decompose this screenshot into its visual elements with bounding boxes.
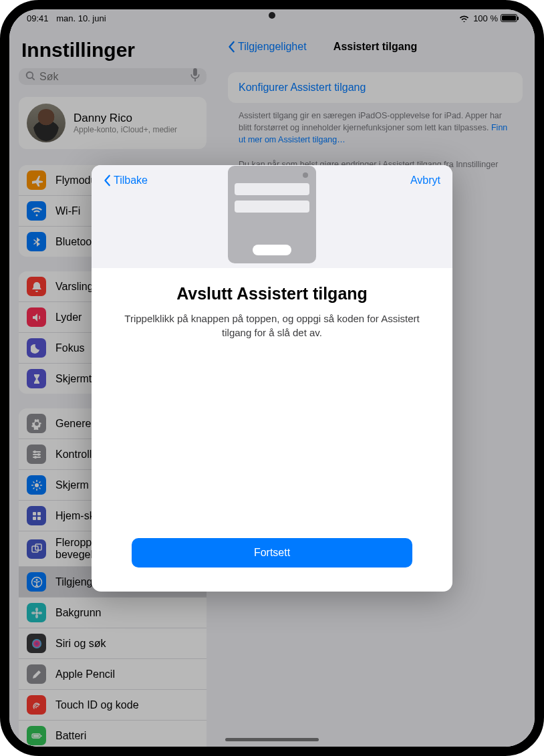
detail-title: Assistert tilgang [333, 41, 417, 53]
svg-rect-16 [33, 512, 36, 515]
detail-nav: Tilgjengelighet Assistert tilgang [228, 33, 523, 60]
search-field[interactable] [19, 68, 207, 85]
svg-point-26 [35, 614, 38, 618]
svg-rect-19 [37, 517, 41, 520]
search-icon [25, 71, 35, 83]
avatar [27, 104, 65, 142]
svg-rect-17 [37, 512, 41, 515]
modal-sheet: Tilbake Avbryt Avslutt Assistert tilgang… [92, 165, 452, 592]
description-text: Assistert tilgang gir en særegen iPadOS-… [228, 110, 523, 170]
continue-button[interactable]: Fortsett [132, 538, 412, 568]
back-button[interactable]: Tilgjengelighet [228, 41, 307, 53]
profile-name: Danny Rico [74, 112, 177, 125]
modal-back-button[interactable]: Tilbake [104, 174, 148, 186]
flower-icon [27, 603, 46, 622]
hourglass-icon [27, 369, 46, 388]
sidebar-item-bakgrunn[interactable]: Bakgrunn [19, 598, 207, 628]
status-time: 09:41 [27, 13, 49, 23]
status-date: man. 10. juni [56, 13, 106, 23]
svg-point-25 [35, 608, 38, 612]
battery-percent: 100 % [473, 13, 498, 23]
profile-subtitle: Apple-konto, iCloud+, medier [74, 125, 177, 134]
home-indicator[interactable] [225, 738, 319, 741]
sliders-icon [27, 445, 46, 464]
modal-cancel-button[interactable]: Avbryt [410, 174, 440, 186]
squares-icon [27, 539, 46, 559]
sidebar-item-label: Generelt [55, 418, 96, 430]
bluetooth-icon [27, 232, 46, 251]
svg-point-5 [37, 453, 40, 456]
svg-rect-18 [33, 517, 36, 520]
gear-icon [27, 414, 46, 433]
sidebar-item-label: Fokus [55, 342, 85, 354]
chevron-left-icon [104, 174, 112, 186]
sidebar-item-batteri[interactable]: Batteri [19, 721, 207, 747]
mic-icon[interactable] [190, 68, 200, 85]
svg-rect-32 [33, 735, 39, 737]
svg-point-24 [35, 612, 38, 614]
chevron-left-icon [228, 41, 236, 53]
modal-heading: Avslutt Assistert tilgang [112, 284, 432, 303]
speaker-icon [27, 307, 46, 327]
moon-icon [27, 338, 46, 358]
grid-icon [27, 506, 46, 525]
profile-card[interactable]: Danny Rico Apple-konto, iCloud+, medier [19, 97, 207, 149]
sidebar-item-label: Siri og søk [55, 638, 106, 650]
fingerprint-icon [27, 695, 46, 715]
svg-point-6 [34, 456, 37, 459]
battery-icon [501, 14, 517, 22]
accessibility-icon [27, 572, 46, 592]
battery-icon [27, 726, 46, 745]
svg-line-14 [33, 487, 34, 489]
svg-point-27 [31, 612, 35, 614]
sidebar-item-apple-pencil[interactable]: Apple Pencil [19, 659, 207, 690]
svg-point-28 [38, 612, 42, 614]
svg-line-12 [33, 481, 34, 483]
modal-description: Trippelklikk på knappen på toppen, og op… [112, 311, 432, 340]
front-camera [269, 12, 275, 19]
sidebar-item-label: Lyder [55, 311, 82, 324]
wifi-icon [27, 201, 46, 221]
modal-header: Tilbake Avbryt [92, 165, 452, 196]
sidebar-item-label: Batteri [55, 730, 86, 742]
sidebar-item-label: Touch ID og kode [55, 699, 139, 711]
pencil-icon [27, 664, 46, 684]
svg-rect-31 [41, 735, 42, 737]
svg-point-4 [33, 451, 36, 453]
configure-row[interactable]: Konfigurer Assistert tilgang [228, 72, 523, 103]
siri-icon [27, 634, 46, 653]
svg-line-13 [39, 487, 40, 489]
sidebar-item-siri-og-s-k[interactable]: Siri og søk [19, 628, 207, 659]
sun-icon [27, 475, 46, 495]
svg-point-23 [35, 579, 37, 581]
svg-line-15 [39, 481, 40, 483]
svg-point-29 [32, 639, 41, 648]
sidebar-item-label: Wi-Fi [55, 205, 80, 217]
search-input[interactable] [39, 71, 186, 83]
wifi-icon [459, 15, 469, 22]
sidebar-title: Innstillinger [21, 39, 204, 61]
sidebar-item-label: Apple Pencil [55, 668, 115, 680]
airplane-icon [27, 170, 46, 190]
svg-rect-0 [193, 68, 197, 76]
bell-icon [27, 277, 46, 296]
svg-point-7 [35, 483, 39, 487]
sidebar-item-label: Bakgrunn [55, 607, 102, 619]
sidebar-item-touch-id-og-kode[interactable]: Touch ID og kode [19, 690, 207, 721]
